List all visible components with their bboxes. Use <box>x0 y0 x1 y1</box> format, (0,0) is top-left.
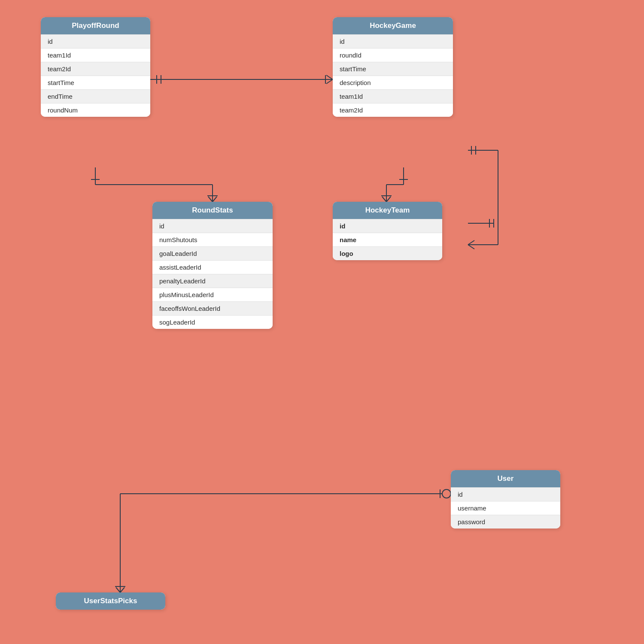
table-row: goalLeaderId <box>152 246 273 260</box>
table-row: endTime <box>41 89 150 103</box>
svg-line-16 <box>382 197 386 202</box>
table-row: roundId <box>333 48 453 62</box>
playoff-round-table: PlayoffRound id team1Id team2Id startTim… <box>41 17 150 117</box>
svg-line-23 <box>468 240 474 245</box>
hockey-game-title: HockeyGame <box>333 17 453 34</box>
table-row: id <box>333 34 453 48</box>
user-table: User id username password <box>451 470 560 529</box>
svg-line-9 <box>208 197 213 202</box>
table-row: username <box>451 501 560 515</box>
svg-line-17 <box>386 197 391 202</box>
round-stats-title: RoundStats <box>152 202 273 219</box>
table-row: logo <box>333 246 442 260</box>
table-row: plusMinusLeaderId <box>152 288 273 301</box>
svg-line-10 <box>213 197 217 202</box>
svg-line-3 <box>326 75 333 79</box>
svg-line-4 <box>326 79 333 84</box>
hockey-team-title: HockeyTeam <box>333 202 442 219</box>
table-row: description <box>333 76 453 89</box>
table-row: id <box>333 219 442 233</box>
table-row: id <box>451 487 560 501</box>
table-row: password <box>451 515 560 529</box>
svg-line-34 <box>120 587 125 592</box>
table-row: team2Id <box>333 103 453 117</box>
table-row: id <box>152 219 273 233</box>
hockey-team-table: HockeyTeam id name logo <box>333 202 442 260</box>
table-row: numShutouts <box>152 233 273 246</box>
table-row: startTime <box>41 76 150 89</box>
table-row: name <box>333 233 442 246</box>
user-stats-picks-table: UserStatsPicks <box>56 592 165 610</box>
svg-line-33 <box>116 587 120 592</box>
table-row: team2Id <box>41 62 150 76</box>
hockey-game-table: HockeyGame id roundId startTime descript… <box>333 17 453 117</box>
user-stats-picks-title: UserStatsPicks <box>56 592 165 610</box>
table-row: id <box>41 34 150 48</box>
table-row: assistLeaderId <box>152 260 273 274</box>
table-row: penaltyLeaderId <box>152 274 273 288</box>
playoff-round-title: PlayoffRound <box>41 17 150 34</box>
svg-point-36 <box>442 489 451 498</box>
user-title: User <box>451 470 560 487</box>
table-row: team1Id <box>333 89 453 103</box>
svg-line-24 <box>468 245 474 249</box>
table-row: sogLeaderId <box>152 315 273 329</box>
table-row: startTime <box>333 62 453 76</box>
table-row: faceoffsWonLeaderId <box>152 301 273 315</box>
round-stats-table: RoundStats id numShutouts goalLeaderId a… <box>152 202 273 329</box>
table-row: team1Id <box>41 48 150 62</box>
table-row: roundNum <box>41 103 150 117</box>
